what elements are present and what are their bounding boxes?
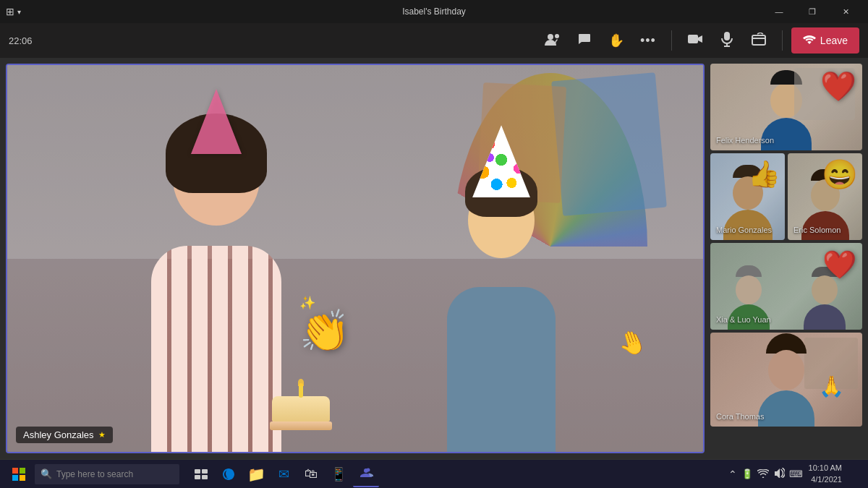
clock-date: 4/1/2021 <box>809 474 842 485</box>
title-bar: ⊞ ▾ Isabel's Birthday — ❐ ✕ <box>0 0 868 23</box>
svg-rect-13 <box>202 469 208 474</box>
task-view-button[interactable] <box>188 461 214 487</box>
chevron-up-icon[interactable]: ⌃ <box>728 468 737 480</box>
tile-row-mario-eric: 👍 Mario Gonzales 😄 Eric Solomon <box>710 153 862 240</box>
view-dropdown-icon[interactable]: ▾ <box>17 8 21 16</box>
svg-point-1 <box>555 34 559 38</box>
phone-icon <box>803 35 816 46</box>
wifi-icon[interactable] <box>757 468 769 480</box>
edge-button[interactable] <box>216 461 242 487</box>
camera-button[interactable] <box>681 26 710 55</box>
taskbar-clock[interactable]: 10:10 AM 4/1/2021 <box>809 463 842 485</box>
leave-label: Leave <box>820 35 848 46</box>
keyboard-icon[interactable]: ⌨ <box>789 468 803 479</box>
toolbar: 22:06 ✋ ••• <box>0 23 868 58</box>
grid-view-icon[interactable]: ⊞ <box>6 6 14 17</box>
system-tray: ⌃ 🔋 ⌨ 10:10 AM 4/1/2021 <box>728 463 862 485</box>
maximize-button[interactable]: ❐ <box>796 0 829 23</box>
participants-sidebar: ❤️ Felix Henderson 👍 Mario Gonzales <box>710 58 868 459</box>
svg-rect-9 <box>20 468 25 474</box>
participant-tile-felix[interactable]: ❤️ Felix Henderson <box>710 64 862 150</box>
participant-tile-xia-luo[interactable]: ❤️ Xia & Luo Yuan <box>710 243 862 330</box>
clock-time: 10:10 AM <box>809 463 842 474</box>
share-icon <box>752 33 766 49</box>
svg-rect-15 <box>202 475 208 479</box>
svg-rect-6 <box>752 35 765 45</box>
teams-button[interactable] <box>353 461 379 487</box>
leave-button[interactable]: Leave <box>791 27 859 53</box>
more-icon: ••• <box>640 33 656 48</box>
main-video-name-label: Ashley Gonzales ★ <box>16 427 113 443</box>
raise-hand-icon: ✋ <box>608 33 624 48</box>
taskbar: 🔍 Type here to search 📁 ✉ 🛍 📱 <box>0 459 868 488</box>
close-button[interactable]: ✕ <box>829 0 862 23</box>
participant-tile-cora[interactable]: 🙏 Cora Thomas <box>710 333 862 427</box>
taskbar-search[interactable]: 🔍 Type here to search <box>35 464 179 484</box>
sys-icons-group: ⌃ 🔋 ⌨ <box>728 468 803 480</box>
explorer-button[interactable]: 📁 <box>243 461 269 487</box>
main-video-panel: 🤚 ✨ 👏 Ashley Gonzales ★ <box>6 64 705 453</box>
mic-button[interactable] <box>712 26 741 55</box>
mail-button[interactable]: ✉ <box>271 461 297 487</box>
volume-icon[interactable] <box>773 468 785 480</box>
mic-icon <box>721 31 733 51</box>
share-button[interactable] <box>744 26 773 55</box>
svg-rect-14 <box>195 475 200 479</box>
more-button[interactable]: ••• <box>634 26 663 55</box>
window-title: Isabel's Birthday <box>402 7 466 17</box>
battery-icon[interactable]: 🔋 <box>741 468 753 479</box>
svg-rect-11 <box>20 475 25 481</box>
minimize-button[interactable]: — <box>762 0 796 23</box>
phone-button[interactable]: 📱 <box>326 461 352 487</box>
svg-rect-3 <box>724 32 730 40</box>
chat-icon <box>577 32 592 50</box>
participant-tile-eric[interactable]: 😄 Eric Solomon <box>788 153 862 240</box>
search-placeholder: Type here to search <box>56 469 133 479</box>
main-content: 🤚 ✨ 👏 Ashley Gonzales ★ <box>0 58 868 459</box>
svg-rect-10 <box>12 475 18 481</box>
store-button[interactable]: 🛍 <box>298 461 324 487</box>
participant-name: Ashley Gonzales <box>23 429 94 440</box>
taskbar-icons-group: 📁 ✉ 🛍 📱 <box>188 461 379 487</box>
camera-icon <box>687 33 703 49</box>
search-icon: 🔍 <box>41 468 52 479</box>
raise-hand-button[interactable]: ✋ <box>602 26 631 55</box>
svg-rect-8 <box>12 468 18 474</box>
svg-rect-2 <box>688 35 698 43</box>
clap-emoji-display: ✨ 👏 <box>299 295 350 355</box>
chat-button[interactable] <box>570 26 599 55</box>
participants-icon <box>545 33 561 49</box>
participants-button[interactable] <box>538 26 567 55</box>
participant-tile-mario[interactable]: 👍 Mario Gonzales <box>710 153 785 240</box>
svg-rect-12 <box>195 469 200 474</box>
svg-point-0 <box>548 34 553 40</box>
presenter-star-icon: ★ <box>98 430 106 440</box>
time-display: 22:06 <box>9 35 33 46</box>
start-button[interactable] <box>6 461 32 487</box>
